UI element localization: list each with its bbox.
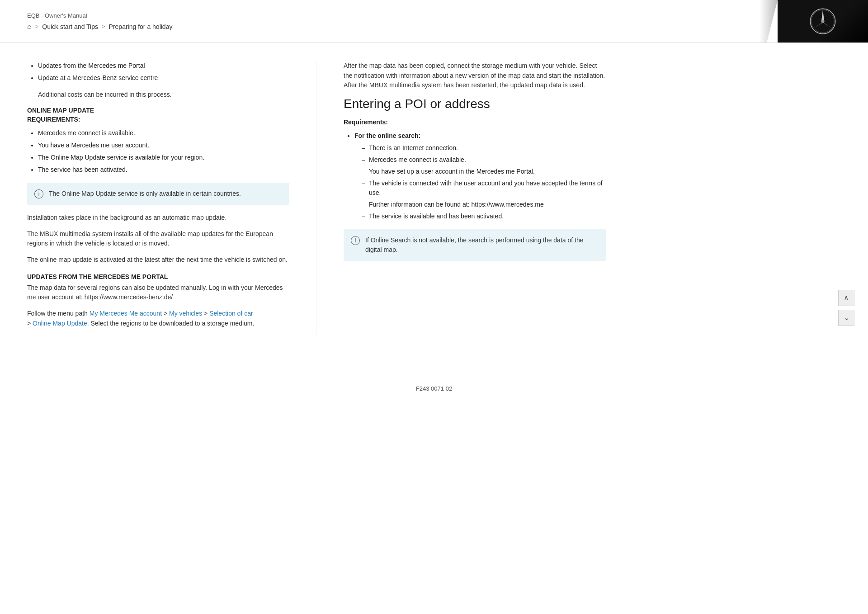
home-icon[interactable]: ⌂: [27, 23, 32, 31]
online-search-list: For the online search: There is an Inter…: [344, 131, 606, 221]
list-item: Mercedes me connect is available.: [362, 155, 606, 165]
list-item: The vehicle is connected with the user a…: [362, 179, 606, 198]
mercedes-star-icon: [809, 8, 836, 35]
updates-suffix: . Select the regions to be downloaded to…: [87, 320, 255, 327]
online-search-label: For the online search:: [354, 132, 420, 139]
info-box-left-text: The Online Map Update service is only av…: [49, 189, 241, 198]
list-item: You have a Mercedes me user account.: [38, 141, 289, 150]
scroll-down-button[interactable]: ⌄: [838, 310, 854, 326]
updates-prefix: Follow the menu path: [27, 310, 90, 317]
link-online-map-update[interactable]: Online Map Update: [33, 320, 87, 327]
arrow3: >: [27, 320, 33, 327]
online-map-update-heading: ONLINE MAP UPDATE: [27, 107, 289, 114]
list-item: Update at a Mercedes-Benz service centre: [38, 73, 289, 83]
link-my-mercedes[interactable]: My Mercedes Me account: [90, 310, 162, 317]
scroll-buttons: ∧ ⌄: [838, 290, 854, 326]
right-requirements-label: Requirements:: [344, 118, 606, 126]
header: EQB - Owner's Manual ⌂ > Quick start and…: [0, 0, 868, 43]
requirements-list: Mercedes me connect is available. You ha…: [27, 128, 289, 175]
updates-para2: Follow the menu path My Mercedes Me acco…: [27, 309, 289, 328]
para-activated: The online map update is activated at th…: [27, 255, 289, 265]
arrow1: >: [162, 310, 169, 317]
list-item: The service has been activated.: [38, 165, 289, 175]
arrow2: >: [202, 310, 209, 317]
list-item: The Online Map Update service is availab…: [38, 153, 289, 162]
link-my-vehicles[interactable]: My vehicles: [169, 310, 202, 317]
breadcrumb: ⌂ > Quick start and Tips > Preparing for…: [27, 23, 750, 31]
content-wrapper: Updates from the Mercedes me Portal Upda…: [0, 43, 868, 362]
info-box-right-text: If Online Search is not available, the s…: [365, 236, 599, 255]
list-item-online-search: For the online search: There is an Inter…: [354, 131, 606, 221]
svg-marker-3: [823, 23, 831, 28]
breadcrumb-quick-start[interactable]: Quick start and Tips: [42, 23, 98, 30]
section-title-poi: Entering a POI or address: [344, 97, 606, 111]
breadcrumb-sep-1: >: [35, 23, 39, 30]
breadcrumb-sep-2: >: [102, 23, 105, 30]
footer: F243 0071 02: [0, 376, 868, 406]
list-item: You have set up a user account in the Me…: [362, 167, 606, 176]
info-box-right: i If Online Search is not available, the…: [344, 229, 606, 261]
scroll-up-button[interactable]: ∧: [838, 290, 854, 306]
updates-para1: The map data for several regions can als…: [27, 283, 289, 302]
initial-bullet-list: Updates from the Mercedes me Portal Upda…: [27, 61, 289, 83]
document-title: EQB - Owner's Manual: [27, 12, 750, 19]
list-item: Updates from the Mercedes me Portal: [38, 61, 289, 71]
para-installation: Installation takes place in the backgrou…: [27, 213, 289, 223]
header-left: EQB - Owner's Manual ⌂ > Quick start and…: [0, 0, 778, 43]
list-item: Mercedes me connect is available.: [38, 128, 289, 138]
requirements-heading: REQUIREMENTS:: [27, 116, 289, 123]
updates-heading: UPDATES FROM THE MERCEDES ME PORTAL: [27, 273, 289, 280]
info-box-left: i The Online Map Update service is only …: [27, 183, 289, 205]
svg-marker-4: [814, 23, 823, 28]
para-mbux: The MBUX multimedia system installs all …: [27, 229, 289, 249]
additional-costs-text: Additional costs can be incurred in this…: [27, 90, 289, 99]
breadcrumb-current-page: Preparing for a holiday: [109, 23, 173, 30]
mercedes-logo-area: [778, 0, 868, 43]
doc-id: F243 0071 02: [416, 385, 452, 392]
info-icon-left: i: [34, 189, 43, 198]
info-icon-right: i: [351, 236, 360, 245]
list-item: Further information can be found at: htt…: [362, 200, 606, 209]
link-selection-car[interactable]: Selection of car: [209, 310, 253, 317]
dash-list: There is an Internet connection. Mercede…: [354, 143, 606, 221]
main-content: Updates from the Mercedes me Portal Upda…: [0, 43, 868, 362]
right-intro-para: After the map data has been copied, conn…: [344, 61, 606, 90]
right-column: After the map data has been copied, conn…: [316, 61, 606, 335]
list-item: The service is available and has been ac…: [362, 212, 606, 221]
svg-point-5: [821, 19, 824, 23]
list-item: There is an Internet connection.: [362, 143, 606, 153]
left-column: Updates from the Mercedes me Portal Upda…: [27, 61, 316, 335]
